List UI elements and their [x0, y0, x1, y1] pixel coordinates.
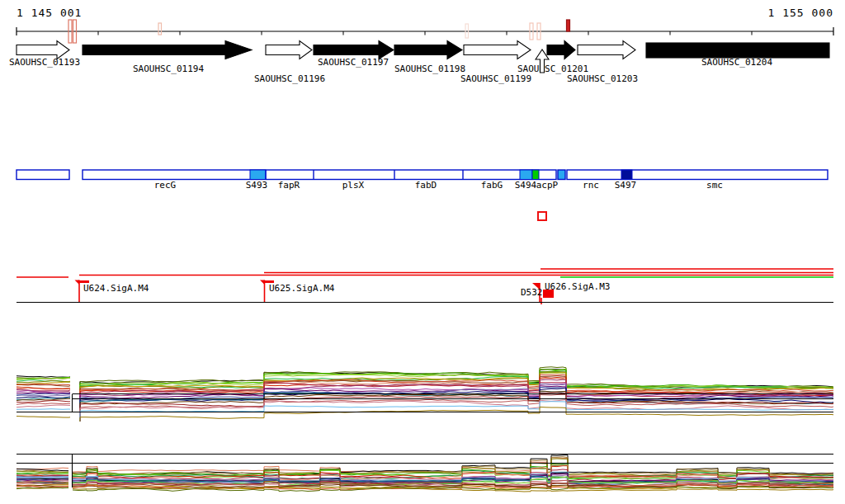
gene-arrow[interactable] [464, 41, 531, 59]
expression-panel-lower [17, 455, 833, 492]
expression-profile-line [17, 376, 70, 378]
tss-flag-pennant[interactable] [75, 280, 80, 285]
gene-name-label: S497 [615, 180, 637, 191]
ruler-feature-marker[interactable] [567, 20, 570, 31]
gene-label: SAOUHSC_01196 [254, 73, 325, 84]
gene-name-segment[interactable] [621, 170, 632, 180]
terminator-flag-pennant[interactable] [543, 290, 554, 298]
expression-profile-line [17, 397, 70, 398]
expression-panel-upper [17, 367, 833, 422]
gene-name-label: fabG [481, 180, 503, 191]
expression-profile-line [17, 409, 70, 410]
gene-label: SAOUHSC_01199 [460, 73, 531, 84]
ruler-end-coordinate: 1 155 000 [768, 7, 833, 19]
gene-label: SAOUHSC_01198 [394, 64, 465, 74]
expression-profile-line [17, 417, 70, 418]
gene-name-label: fapR [278, 180, 300, 191]
gene-label: SAOUHSC_01193 [9, 57, 80, 68]
gene-name-label: acpP [536, 180, 559, 191]
expression-profile-line [17, 398, 70, 400]
gene-label: SAOUHSC_01204 [701, 57, 772, 68]
expression-profile-line [17, 395, 70, 397]
selection-marker-square[interactable] [538, 212, 546, 220]
terminator-flag-label: D532 [521, 287, 543, 298]
gene-name-label: rnc [583, 180, 599, 191]
gene-name-label: smc [706, 180, 723, 191]
gene-name-segment[interactable] [520, 170, 532, 180]
gene-label: SAOUHSC_01194 [133, 64, 204, 74]
gene-name-box[interactable] [567, 170, 828, 180]
gene-label: SAOUHSC_01203 [567, 73, 638, 84]
expression-profile-line [17, 405, 70, 407]
expression-profile-line [80, 402, 833, 422]
tss-flag-label: U624.SigA.M4 [83, 283, 149, 294]
genome-browser-view: 1 145 001 1 155 000 SAOUHSC_01193SAOUHSC… [0, 0, 845, 504]
gene-name-label: S494 [515, 180, 537, 191]
ruler-feature-marker[interactable] [158, 23, 162, 35]
genome-tracks-canvas: SAOUHSC_01193SAOUHSC_01194SAOUHSC_01196S… [0, 0, 845, 504]
gene-arrow[interactable] [394, 41, 462, 59]
gene-arrow[interactable] [547, 41, 575, 59]
gene-arrow[interactable] [578, 41, 635, 59]
gene-name-label: S493 [246, 180, 268, 191]
expression-profile-line [17, 403, 70, 405]
gene-name-box[interactable] [17, 170, 69, 180]
gene-arrow[interactable] [83, 41, 252, 59]
tss-flag-label: U625.SigA.M4 [269, 283, 335, 294]
gene-name-label: recG [154, 180, 177, 191]
tss-flag-label: U626.SigA.M3 [545, 281, 610, 292]
gene-arrow[interactable] [646, 43, 829, 58]
gene-name-box[interactable] [558, 170, 565, 180]
gene-label: SAOUHSC_01197 [318, 57, 389, 68]
ruler-start-coordinate: 1 145 001 [17, 7, 82, 19]
gene-name-label: fabD [415, 180, 437, 191]
gene-name-segment[interactable] [250, 170, 266, 180]
gene-name-box[interactable] [83, 170, 556, 180]
tss-flag-pennant[interactable] [260, 280, 265, 285]
gene-name-label: plsX [342, 180, 365, 191]
expression-profile-line [17, 401, 70, 403]
gene-name-segment[interactable] [532, 170, 539, 180]
gene-arrow[interactable] [266, 41, 312, 59]
